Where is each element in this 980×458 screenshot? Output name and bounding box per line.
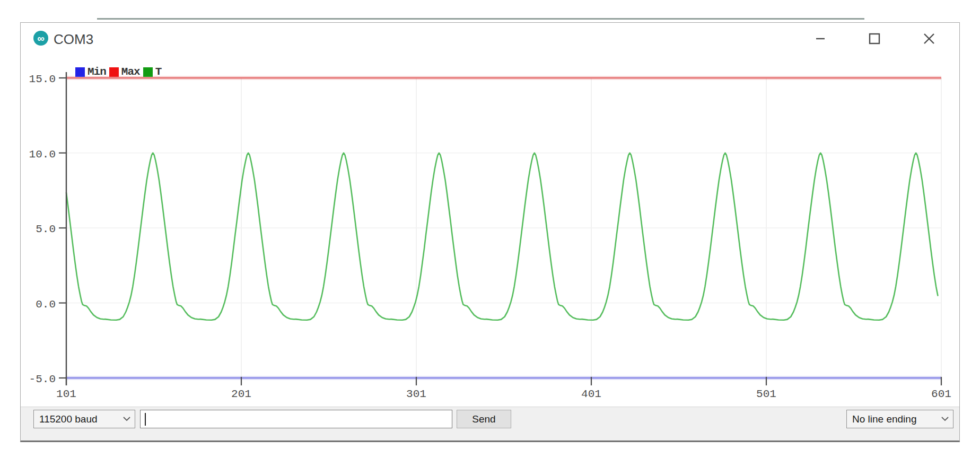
svg-text:5.0: 5.0 xyxy=(36,223,56,235)
legend-swatch-min xyxy=(75,67,85,77)
legend-label-max: Max xyxy=(121,66,140,78)
line-ending-select[interactable]: No line ending xyxy=(846,410,953,428)
svg-text:201: 201 xyxy=(231,388,251,400)
svg-text:0.0: 0.0 xyxy=(36,298,56,311)
chart-svg: 15.010.05.00.0-5.0101201301401501601 xyxy=(21,54,959,407)
legend-label-t: T xyxy=(155,66,162,78)
screenshot-canvas: ∞ COM3 Min xyxy=(0,0,980,458)
svg-text:401: 401 xyxy=(581,388,601,400)
legend-label-min: Min xyxy=(88,66,106,78)
serial-toolbar: 115200 baud Send No line ending xyxy=(21,407,959,441)
serial-message-field xyxy=(140,410,452,428)
minimize-icon xyxy=(813,32,827,46)
maximize-icon xyxy=(868,32,881,46)
svg-text:301: 301 xyxy=(406,388,426,400)
text-caret xyxy=(145,413,146,426)
arduino-icon: ∞ xyxy=(33,31,48,46)
minimize-button[interactable] xyxy=(808,30,833,47)
legend-swatch-t xyxy=(143,67,153,77)
window-title: COM3 xyxy=(54,23,93,54)
svg-text:15.0: 15.0 xyxy=(29,73,56,85)
baud-rate-select[interactable]: 115200 baud xyxy=(33,410,135,428)
svg-text:501: 501 xyxy=(756,388,776,400)
chart-legend: Min Max T xyxy=(75,66,164,78)
svg-text:-5.0: -5.0 xyxy=(29,373,56,385)
close-icon xyxy=(922,32,936,46)
plot-area: Min Max T 15.010.05.00.0-5.0101201301401… xyxy=(21,54,959,407)
chevron-down-icon xyxy=(941,417,949,421)
close-button[interactable] xyxy=(917,30,941,47)
baud-rate-value: 115200 baud xyxy=(39,413,98,425)
legend-swatch-max xyxy=(109,67,119,77)
line-ending-value: No line ending xyxy=(852,413,916,425)
svg-text:101: 101 xyxy=(56,388,76,400)
svg-text:10.0: 10.0 xyxy=(29,148,56,161)
serial-message-input[interactable] xyxy=(145,410,447,428)
titlebar[interactable]: ∞ COM3 xyxy=(21,23,959,54)
chevron-down-icon xyxy=(123,417,130,421)
maximize-button[interactable] xyxy=(862,30,887,47)
send-button[interactable]: Send xyxy=(457,410,511,428)
serial-plotter-window: ∞ COM3 Min xyxy=(20,22,960,442)
page-artifact-line xyxy=(97,18,864,20)
svg-text:601: 601 xyxy=(931,388,951,400)
